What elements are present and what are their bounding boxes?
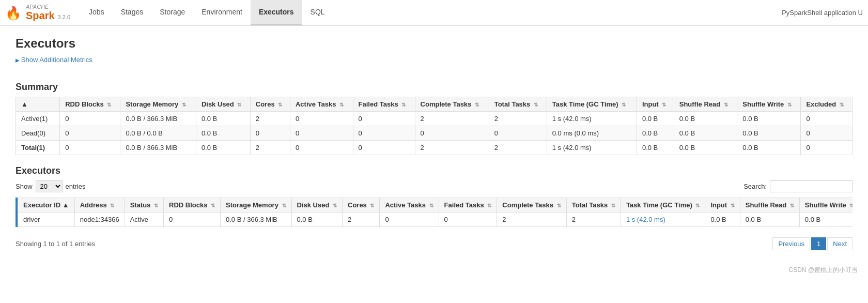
summary-row-input: 0.0 B xyxy=(637,126,674,141)
exec-row-failed: 0 xyxy=(439,213,497,227)
summary-table-container: ▲ RDD Blocks ⇅ Storage Memory ⇅ Disk Use… xyxy=(16,97,853,155)
summary-col-active-tasks[interactable]: Active Tasks ⇅ xyxy=(290,97,353,112)
summary-row-label: Dead(0) xyxy=(16,126,60,141)
show-label: Show xyxy=(16,183,33,190)
summary-col-cores[interactable]: Cores ⇅ xyxy=(250,97,290,112)
nav-sql[interactable]: SQL xyxy=(302,0,333,25)
spark-version: 3.2.0 xyxy=(58,14,70,20)
summary-row-storage: 0.0 B / 0.0 B xyxy=(120,126,196,141)
exec-col-shuffle-write[interactable]: Shuffle Write ⇅ xyxy=(799,198,853,213)
summary-row-rdd: 0 xyxy=(60,126,120,141)
summary-row-disk: 0.0 B xyxy=(196,126,250,141)
executors-table: Executor ID ▲ Address ⇅ Status ⇅ RDD Blo… xyxy=(18,198,853,227)
summary-row-total: 2 xyxy=(489,112,547,126)
search-box: Search: xyxy=(743,180,853,192)
spark-brand-name: Spark xyxy=(26,10,55,22)
executors-section-title: Executors xyxy=(16,165,853,176)
summary-row-active: 0 xyxy=(290,126,353,141)
summary-row-cores: 0 xyxy=(250,126,290,141)
summary-row-total: 2 xyxy=(489,141,547,155)
spark-flame-icon: 🔥 xyxy=(5,4,24,22)
exec-row-disk: 0.0 B xyxy=(291,213,342,227)
exec-row-status: Active xyxy=(125,213,163,227)
summary-row-complete: 0 xyxy=(415,126,489,141)
summary-col-task-time[interactable]: Task Time (GC Time) ⇅ xyxy=(547,97,637,112)
exec-col-active-tasks[interactable]: Active Tasks ⇅ xyxy=(380,198,439,213)
summary-row-cores: 2 xyxy=(250,141,290,155)
summary-col-total-tasks[interactable]: Total Tasks ⇅ xyxy=(489,97,547,112)
summary-row-label: Active(1) xyxy=(16,112,60,126)
exec-col-storage-memory[interactable]: Storage Memory ⇅ xyxy=(221,198,291,213)
summary-col-complete-tasks[interactable]: Complete Tasks ⇅ xyxy=(415,97,489,112)
summary-row-failed: 0 xyxy=(353,141,415,155)
summary-col-input[interactable]: Input ⇅ xyxy=(637,97,674,112)
exec-col-shuffle-read[interactable]: Shuffle Read ⇅ xyxy=(740,198,799,213)
summary-row-total: 0 xyxy=(489,126,547,141)
summary-row-disk: 0.0 B xyxy=(196,141,250,155)
exec-row-shuffle-write: 0.0 B xyxy=(799,213,853,227)
exec-row-tasktime: 1 s (42.0 ms) xyxy=(621,213,705,227)
summary-row-cores: 2 xyxy=(250,112,290,126)
summary-col-header-row: ▲ xyxy=(16,97,60,112)
previous-button[interactable]: Previous xyxy=(772,237,810,250)
entries-label: entries xyxy=(66,183,86,190)
svg-text:🔥: 🔥 xyxy=(5,5,22,21)
exec-row-id: driver xyxy=(18,213,75,227)
show-metrics-link[interactable]: Show Additional Metrics xyxy=(16,56,92,64)
summary-row-input: 0.0 B xyxy=(637,141,674,155)
nav-environment[interactable]: Environment xyxy=(193,0,251,25)
executors-table-container: Executor ID ▲ Address ⇅ Status ⇅ RDD Blo… xyxy=(16,198,853,227)
summary-col-excluded[interactable]: Excluded ⇅ xyxy=(801,97,853,112)
exec-col-task-time[interactable]: Task Time (GC Time) ⇅ xyxy=(621,198,705,213)
search-input[interactable] xyxy=(770,180,853,192)
summary-col-shuffle-read[interactable]: Shuffle Read ⇅ xyxy=(674,97,737,112)
summary-row-complete: 2 xyxy=(415,141,489,155)
summary-row-shuffle-read: 0.0 B xyxy=(674,141,737,155)
summary-row-failed: 0 xyxy=(353,112,415,126)
exec-col-rdd-blocks[interactable]: RDD Blocks ⇅ xyxy=(164,198,221,213)
summary-row-active: 0 xyxy=(290,112,353,126)
summary-col-failed-tasks[interactable]: Failed Tasks ⇅ xyxy=(353,97,415,112)
nav-executors[interactable]: Executors xyxy=(251,0,302,25)
summary-row-tasktime: 0.0 ms (0.0 ms) xyxy=(547,126,637,141)
summary-col-shuffle-write[interactable]: Shuffle Write ⇅ xyxy=(737,97,801,112)
exec-col-complete-tasks[interactable]: Complete Tasks ⇅ xyxy=(497,198,566,213)
exec-col-cores[interactable]: Cores ⇅ xyxy=(343,198,380,213)
exec-row-rdd: 0 xyxy=(164,213,221,227)
summary-row-complete: 2 xyxy=(415,112,489,126)
summary-table-row: Total(1) 0 0.0 B / 366.3 MiB 0.0 B 2 0 0… xyxy=(16,141,853,155)
exec-row-active: 0 xyxy=(380,213,439,227)
exec-col-failed-tasks[interactable]: Failed Tasks ⇅ xyxy=(439,198,497,213)
exec-row-address: node1:34366 xyxy=(74,213,125,227)
exec-col-id[interactable]: Executor ID ▲ xyxy=(18,198,75,213)
summary-table-row: Dead(0) 0 0.0 B / 0.0 B 0.0 B 0 0 0 0 0 … xyxy=(16,126,853,141)
summary-row-active: 0 xyxy=(290,141,353,155)
nav-jobs[interactable]: Jobs xyxy=(81,0,113,25)
summary-col-disk-used[interactable]: Disk Used ⇅ xyxy=(196,97,250,112)
summary-row-excluded: 0 xyxy=(801,112,853,126)
exec-row-input: 0.0 B xyxy=(705,213,740,227)
summary-row-excluded: 0 xyxy=(801,141,853,155)
summary-col-storage-memory[interactable]: Storage Memory ⇅ xyxy=(120,97,196,112)
exec-row-storage: 0.0 B / 366.3 MiB xyxy=(221,213,291,227)
exec-col-status[interactable]: Status ⇅ xyxy=(125,198,163,213)
exec-col-address[interactable]: Address ⇅ xyxy=(74,198,125,213)
summary-table: ▲ RDD Blocks ⇅ Storage Memory ⇅ Disk Use… xyxy=(16,97,853,155)
exec-col-total-tasks[interactable]: Total Tasks ⇅ xyxy=(566,198,621,213)
summary-row-label: Total(1) xyxy=(16,141,60,155)
nav-storage[interactable]: Storage xyxy=(151,0,193,25)
nav-stages[interactable]: Stages xyxy=(113,0,152,25)
summary-row-shuffle-write: 0.0 B xyxy=(737,141,801,155)
exec-col-input[interactable]: Input ⇅ xyxy=(705,198,740,213)
page-1-button[interactable]: 1 xyxy=(811,237,826,250)
summary-row-shuffle-write: 0.0 B xyxy=(737,112,801,126)
exec-row-complete: 2 xyxy=(497,213,566,227)
exec-col-disk-used[interactable]: Disk Used ⇅ xyxy=(291,198,342,213)
summary-col-rdd-blocks[interactable]: RDD Blocks ⇅ xyxy=(60,97,120,112)
summary-row-storage: 0.0 B / 366.3 MiB xyxy=(120,141,196,155)
pagination-info: Showing 1 to 1 of 1 entries xyxy=(16,240,95,248)
next-button[interactable]: Next xyxy=(827,237,853,250)
entries-select[interactable]: 20 10 50 100 xyxy=(36,180,63,192)
main-content: Executors Show Additional Metrics Summar… xyxy=(0,26,868,261)
search-label: Search: xyxy=(743,183,767,190)
